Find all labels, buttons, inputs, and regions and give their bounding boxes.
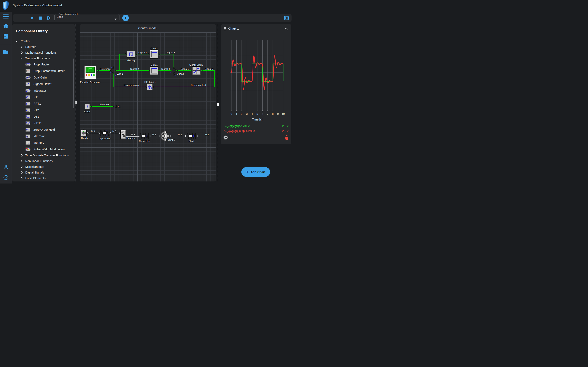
- pt1-icon: .b{stroke:#1717d6;stroke-width:1.8;fill:…: [25, 95, 31, 99]
- block-gearbox[interactable]: [121, 130, 126, 139]
- block-gain-1[interactable]: [150, 67, 158, 75]
- library-item-label: Logic Elements: [25, 176, 45, 180]
- library-item-prop-factor-with-offset[interactable]: .b{stroke:#1717d6;stroke-width:1.8;fill:…: [12, 68, 75, 74]
- library-item-dual-gain[interactable]: .b{stroke:#1717d6;stroke-width:1.8;fill:…: [12, 74, 75, 81]
- library-item-pt1[interactable]: .b{stroke:#1717d6;stroke-width:1.8;fill:…: [12, 94, 75, 100]
- library-item-pulse-width-modulation[interactable]: .b{stroke:#1717d6;stroke-width:1.8;fill:…: [12, 146, 75, 152]
- port-number-label: 3: [115, 75, 116, 76]
- library-category-transfer-functions[interactable]: Transfer Functions: [12, 55, 75, 61]
- chevron-right-icon: [20, 166, 22, 168]
- block-input-shaft[interactable]: [100, 129, 110, 137]
- pidt1-icon: .b{stroke:#1717d6;stroke-width:1.8;fill:…: [25, 121, 31, 125]
- drag-dots-icon: ">">">">">: [224, 125, 226, 126]
- canvas-title: Control model: [80, 26, 216, 30]
- library-item-pidt1[interactable]: .b{stroke:#1717d6;stroke-width:1.8;fill:…: [12, 120, 75, 126]
- port-number-label: 2: [110, 72, 111, 74]
- block-idle-time-1[interactable]: [147, 83, 153, 90]
- add-chart-button[interactable]: + Add Chart: [241, 167, 270, 177]
- library-category-time-discrete-transfer-functions[interactable]: Time Discrete Transfer Functions: [12, 152, 75, 158]
- app-logo-shield-icon[interactable]: [2, 1, 9, 10]
- library-item-label: Memory: [34, 141, 44, 144]
- diagram-label: Clutch: [81, 137, 88, 139]
- library-item-ppt1[interactable]: .b{stroke:#1717d6;stroke-width:1.8;fill:…: [12, 100, 75, 107]
- block-signal-limit-1[interactable]: [192, 67, 201, 75]
- idle-time-icon: .b{stroke:#1717d6;stroke-width:1.8;fill:…: [25, 134, 31, 138]
- library-scrollbar-thumb[interactable]: [73, 58, 74, 108]
- property-set-dropdown[interactable]: Current property set Base: [54, 13, 120, 21]
- svg-text:4: 4: [251, 112, 253, 115]
- legend-row[interactable]: ">">">">"> System output.Value -2 .. 2: [224, 129, 288, 133]
- block-shaft[interactable]: [187, 132, 196, 140]
- diagram-label: Signal 4: [161, 68, 170, 70]
- library-item-dt1[interactable]: .b{stroke:#1717d6;stroke-width:1.8;fill:…: [12, 113, 75, 120]
- panel-toggle-right-icon[interactable]: [283, 14, 290, 22]
- library-item-zero-order-hold[interactable]: .b{stroke:#1717d6;stroke-width:1.8;fill:…: [12, 126, 75, 133]
- svg-text:0: 0: [231, 112, 232, 115]
- svg-text:10: 10: [282, 112, 285, 115]
- library-item-label: Miscellaneous: [25, 165, 44, 168]
- diagram-label: Signal 2: [130, 68, 139, 70]
- panel-resize-handle[interactable]: [216, 102, 219, 107]
- diagram-label: System output: [191, 84, 206, 86]
- library-category-control[interactable]: Control: [12, 38, 75, 44]
- diagram-label: M 6: [152, 133, 156, 136]
- port-number-label: 1: [172, 67, 172, 68]
- diagram-label: Memory: [127, 59, 135, 62]
- trash-icon[interactable]: [285, 135, 289, 140]
- library-item-signed-offset[interactable]: .b{stroke:#1717d6;stroke-width:1.8;fill:…: [12, 81, 75, 87]
- signed-offset-icon: .b{stroke:#1717d6;stroke-width:1.8;fill:…: [25, 82, 31, 86]
- home-icon[interactable]: [0, 22, 12, 30]
- library-category-mathematical-functions[interactable]: Mathematical Functions: [12, 50, 75, 55]
- gear-icon[interactable]: [45, 14, 52, 22]
- panel-resize-handle[interactable]: [74, 100, 77, 105]
- stop-icon[interactable]: [37, 14, 44, 22]
- diagram-label: Signal 5: [166, 51, 175, 54]
- folder-icon[interactable]: [0, 48, 12, 56]
- library-category-logic-elements[interactable]: Logic Elements: [12, 175, 75, 181]
- library-item-prop-factor[interactable]: .b{stroke:#1717d6;stroke-width:1.8;fill:…: [12, 61, 75, 68]
- plus-icon: +: [246, 169, 249, 175]
- user-icon[interactable]: [0, 163, 12, 171]
- library-category-miscellaneous[interactable]: Miscellaneous: [12, 164, 75, 170]
- dashboard-icon[interactable]: [0, 32, 12, 40]
- library-item-memory[interactable]: .b{stroke:#1717d6;stroke-width:1.8;fill:…: [12, 140, 75, 146]
- port-number-label: 3: [175, 75, 176, 76]
- menu-icon[interactable]: [0, 12, 12, 21]
- prop-factor-icon: .b{stroke:#1717d6;stroke-width:1.8;fill:…: [25, 63, 31, 67]
- library-category-digital-signals[interactable]: Digital Signals: [12, 170, 75, 175]
- model-canvas[interactable]: Control model t: [80, 24, 216, 182]
- legend-row[interactable]: ">">">">"> Reference.Value -2 .. 2: [224, 124, 288, 128]
- diagram-label: Gearbox: [126, 137, 135, 139]
- library-item-label: PT2: [34, 108, 39, 112]
- block-sum-1[interactable]: [111, 68, 116, 73]
- canvas-title-underline: [82, 32, 214, 32]
- diagram-label: Connector: [139, 140, 150, 142]
- play-icon[interactable]: [29, 14, 36, 22]
- add-property-set-button[interactable]: +: [122, 15, 129, 21]
- svg-text:7: 7: [267, 112, 268, 115]
- gear-icon[interactable]: [224, 135, 228, 141]
- diagram-label: Gain 2: [151, 47, 158, 50]
- block-clutch[interactable]: [81, 130, 86, 136]
- block-clock[interactable]: t: [85, 104, 90, 109]
- library-item-integrator[interactable]: .b{stroke:#1717d6;stroke-width:1.8;fill:…: [12, 87, 75, 94]
- block-connector[interactable]: [139, 132, 149, 140]
- library-category-non-linear-functions[interactable]: Non-linear Functions: [12, 158, 75, 164]
- library-item-pt2[interactable]: .b{stroke:#1717d6;stroke-width:1.8;fill:…: [12, 107, 75, 113]
- block-sum-2[interactable]: [172, 68, 176, 73]
- port-number-label: 2: [171, 72, 171, 74]
- block-gain-2[interactable]: [150, 50, 158, 58]
- chevron-right-icon: [20, 154, 22, 156]
- block-memory[interactable]: [127, 51, 135, 58]
- app-header: System Evaluation > Control model: [0, 0, 294, 12]
- library-item-idle-time[interactable]: .b{stroke:#1717d6;stroke-width:1.8;fill:…: [12, 133, 75, 140]
- chevron-up-icon[interactable]: [285, 28, 288, 31]
- breadcrumb[interactable]: System Evaluation > Control model: [13, 3, 62, 7]
- drag-dots-icon[interactable]: [224, 27, 226, 30]
- help-icon[interactable]: ?: [0, 174, 12, 182]
- memory-icon: .b{stroke:#1717d6;stroke-width:1.8;fill:…: [25, 141, 31, 145]
- svg-text:3: 3: [246, 112, 248, 115]
- library-category-sources[interactable]: Sources: [12, 44, 75, 50]
- diagram-label: Joint 1: [168, 139, 175, 141]
- block-function-generator[interactable]: [84, 66, 96, 79]
